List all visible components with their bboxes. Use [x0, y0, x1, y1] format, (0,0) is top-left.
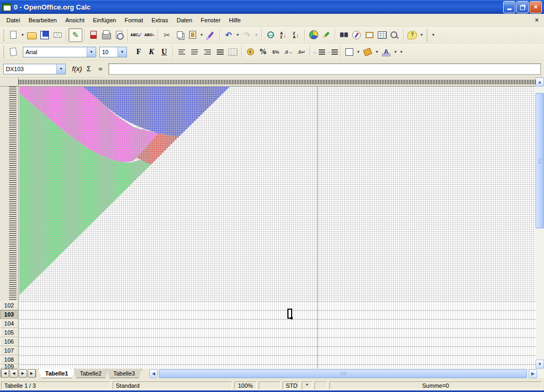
borders-dropdown[interactable]: ▾	[355, 46, 361, 58]
menu-einfuegen[interactable]: Einfügen	[89, 15, 120, 25]
percent-format-button[interactable]: %	[257, 46, 269, 58]
open-button[interactable]	[26, 29, 38, 41]
page-preview-button[interactable]	[113, 29, 125, 41]
align-right-button[interactable]	[201, 46, 214, 58]
row-header-107[interactable]: 107	[0, 346, 19, 355]
format-paintbrush-button[interactable]	[205, 29, 217, 41]
menu-fenster[interactable]: Fenster	[197, 15, 225, 25]
font-size-dropdown[interactable]: ▾	[117, 47, 126, 57]
menu-hilfe[interactable]: Hilfe	[225, 15, 245, 25]
styles-button[interactable]	[7, 46, 20, 58]
hyperlink-button[interactable]	[264, 29, 277, 41]
scroll-up-button[interactable]: ▲	[536, 78, 544, 87]
status-page-style[interactable]: Standard	[113, 381, 232, 389]
scroll-down-button[interactable]: ▼	[536, 360, 544, 369]
vertical-scrollbar-thumb[interactable]	[536, 93, 544, 228]
sort-ascending-button[interactable]: AZ↓	[277, 29, 290, 41]
row-header-104[interactable]: 104	[0, 319, 19, 328]
horizontal-scrollbar[interactable]: ◀ ▶	[149, 369, 544, 378]
save-button[interactable]	[38, 29, 51, 41]
menu-extras[interactable]: Extras	[147, 15, 172, 25]
background-color-dropdown[interactable]: ▾	[374, 46, 380, 58]
select-all-corner[interactable]	[0, 78, 19, 87]
find-replace-button[interactable]	[337, 29, 350, 41]
row-header-109[interactable]: 109	[0, 364, 19, 369]
tab-tabelle3[interactable]: Tabelle3	[106, 369, 142, 378]
insert-chart-button[interactable]	[307, 29, 320, 41]
email-button[interactable]	[51, 29, 64, 41]
sort-descending-button[interactable]: ZA↓	[290, 29, 302, 41]
redo-button[interactable]: ↷	[241, 29, 253, 41]
italic-button[interactable]: K	[145, 46, 158, 58]
menu-bearbeiten[interactable]: Bearbeiten	[24, 15, 61, 25]
undo-dropdown[interactable]: ▾	[235, 29, 241, 41]
grid-normal-rows[interactable]	[19, 301, 536, 369]
redo-dropdown[interactable]: ▾	[253, 29, 259, 41]
title-bar[interactable]: 0 - OpenOffice.org Calc ×	[0, 0, 544, 14]
menu-daten[interactable]: Daten	[172, 15, 196, 25]
function-wizard-button[interactable]: f(x)	[71, 63, 83, 75]
draw-functions-button[interactable]	[320, 29, 333, 41]
cell-cursor-dx103[interactable]	[287, 309, 292, 319]
font-color-dropdown[interactable]: ▾	[393, 46, 398, 58]
copy-button[interactable]	[173, 29, 186, 41]
font-color-button[interactable]: A	[380, 46, 393, 58]
status-selection-mode[interactable]: STD	[283, 381, 300, 389]
first-sheet-button[interactable]: ◀	[1, 369, 9, 378]
align-left-button[interactable]	[175, 46, 188, 58]
increase-indent-button[interactable]: →	[325, 46, 338, 58]
fill-handle[interactable]	[291, 317, 293, 319]
toolbar-overflow-dropdown[interactable]: ▾	[430, 29, 436, 41]
row-header-106[interactable]: 106	[0, 337, 19, 346]
menu-ansicht[interactable]: Ansicht	[61, 15, 89, 25]
cut-button[interactable]: ✂	[160, 29, 173, 41]
underline-button[interactable]: U	[158, 46, 171, 58]
toolbar-options-dropdown[interactable]: ▾	[419, 29, 424, 41]
gallery-button[interactable]	[363, 29, 376, 41]
formula-button[interactable]: =	[95, 63, 106, 75]
restore-button[interactable]	[516, 1, 529, 13]
font-name-combo[interactable]: Arial ▾	[23, 47, 96, 57]
sum-button[interactable]: Σ	[83, 63, 95, 75]
font-name-dropdown[interactable]: ▾	[87, 47, 96, 57]
toolbar-grip[interactable]	[3, 46, 5, 58]
undo-button[interactable]: ↶	[222, 29, 235, 41]
align-center-button[interactable]	[188, 46, 201, 58]
help-button[interactable]: ?	[406, 29, 419, 41]
row-header-105[interactable]: 105	[0, 328, 19, 337]
scroll-left-button[interactable]: ◀	[149, 369, 158, 378]
menu-format[interactable]: Format	[120, 15, 147, 25]
edit-file-button[interactable]: ✎	[69, 28, 82, 42]
auto-spellcheck-button[interactable]: ABC~	[143, 29, 156, 41]
row-header-102[interactable]: 102	[0, 301, 19, 310]
menu-datei[interactable]: Datei	[2, 15, 24, 25]
print-button[interactable]	[100, 29, 113, 41]
currency-format-button[interactable]: $	[244, 46, 257, 58]
background-color-button[interactable]	[361, 46, 374, 58]
formula-input[interactable]	[108, 63, 541, 75]
new-document-dropdown[interactable]: ▾	[20, 29, 26, 41]
paste-dropdown[interactable]: ▾	[199, 29, 205, 41]
grid-compressed-rows[interactable]	[19, 87, 536, 301]
font-size-combo[interactable]: 10 ▾	[99, 47, 127, 57]
justify-button[interactable]	[214, 46, 226, 58]
bold-button[interactable]: F	[132, 46, 145, 58]
export-pdf-button[interactable]	[87, 29, 100, 41]
delete-decimal-button[interactable]: .0↵	[295, 46, 308, 58]
vertical-scrollbar[interactable]: ▲ ▼	[536, 78, 544, 369]
data-sources-button[interactable]	[376, 29, 388, 41]
last-sheet-button[interactable]: ▶	[28, 369, 36, 378]
toolbar-grip[interactable]	[426, 29, 429, 41]
previous-sheet-button[interactable]: ◀	[10, 369, 18, 378]
scroll-right-button[interactable]: ▶	[529, 369, 537, 378]
new-document-button[interactable]	[7, 29, 20, 41]
standard-format-button[interactable]: $%	[269, 46, 282, 58]
borders-button[interactable]	[343, 46, 355, 58]
name-box-dropdown[interactable]: ▾	[56, 64, 65, 74]
row-header-103[interactable]: 103	[0, 310, 19, 319]
tab-tabelle2[interactable]: Tabelle2	[73, 369, 108, 378]
horizontal-scrollbar-thumb[interactable]	[159, 369, 527, 378]
name-box[interactable]: DX103 ▾	[3, 64, 66, 74]
tab-tabelle1[interactable]: Tabelle1	[38, 369, 75, 378]
row-headers-compressed[interactable]	[0, 87, 19, 301]
